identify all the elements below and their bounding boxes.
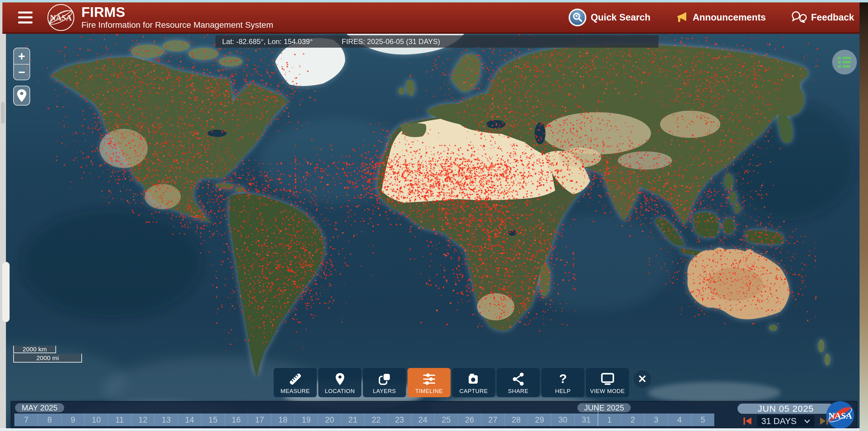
skip-back-button[interactable] xyxy=(743,416,752,426)
timeline-day-cell[interactable]: 27 xyxy=(481,413,504,426)
timeline-day-cell[interactable]: 9 xyxy=(61,413,84,426)
ruler-icon xyxy=(289,372,302,387)
timeline-day-cell[interactable]: 24 xyxy=(411,413,434,426)
toolbar-label: LOCATION xyxy=(325,388,355,395)
nav-label: Quick Search xyxy=(591,12,650,23)
timeline-day-cell[interactable]: 19 xyxy=(294,413,318,426)
timeline-day-cell[interactable]: 14 xyxy=(178,413,201,426)
timeline-day-cell[interactable]: 1 xyxy=(598,413,621,426)
zoom-out-button[interactable]: − xyxy=(14,64,30,80)
timeline-day-cell[interactable]: 18 xyxy=(271,413,294,426)
timeline-panel: MAY 2025 JUNE 2025 789101112131415161718… xyxy=(11,401,857,428)
timeline-day-cell[interactable]: 28 xyxy=(504,413,528,426)
range-dropdown[interactable]: 31 DAYS xyxy=(757,415,814,427)
month-label-may: MAY 2025 xyxy=(15,403,64,412)
locate-me-button[interactable] xyxy=(13,86,30,106)
toolbar-close-button[interactable]: ✕ xyxy=(633,370,651,388)
question-icon: ? xyxy=(556,372,569,387)
layers-icon xyxy=(378,372,391,387)
toolbar-label: TIMELINE xyxy=(415,388,443,395)
hamburger-menu-icon[interactable] xyxy=(18,11,33,24)
timeline-day-cell[interactable]: 12 xyxy=(131,413,154,426)
toolbar-button-location[interactable]: LOCATION xyxy=(318,368,361,397)
zoom-in-button[interactable]: + xyxy=(14,48,30,64)
timeline-day-cell[interactable]: 20 xyxy=(318,413,341,426)
toolbar-button-share[interactable]: SHARE xyxy=(497,368,540,397)
cursor-coordinates: Lat: -82.685°, Lon: 154.039° xyxy=(222,37,313,46)
pin-icon xyxy=(334,372,346,387)
quick-search-button[interactable]: Quick Search xyxy=(568,8,650,27)
nasa-logo: NASA xyxy=(826,401,855,430)
svg-text:?: ? xyxy=(559,372,567,386)
timeline-day-cell[interactable]: 3 xyxy=(644,413,668,426)
toolbar-button-view-mode[interactable]: VIEW MODE xyxy=(586,368,629,397)
brand-block: FIRMS Fire Information for Resource Mana… xyxy=(82,5,273,30)
range-value: 31 DAYS xyxy=(761,416,797,426)
toolbar-button-capture[interactable]: CAPTURE xyxy=(452,368,495,397)
timeline-day-cell[interactable]: 16 xyxy=(224,413,248,426)
firms-app-window: NASA FIRMS Fire Information for Resource… xyxy=(0,0,868,431)
timeline-day-cell[interactable]: 13 xyxy=(154,413,178,426)
toolbar-label: MEASURE xyxy=(281,388,310,395)
megaphone-icon xyxy=(676,11,688,24)
timeline-day-cell[interactable]: 10 xyxy=(84,413,107,426)
app-header: NASA FIRMS Fire Information for Resource… xyxy=(2,2,860,34)
app-subtitle: Fire Information for Resource Management… xyxy=(82,20,273,30)
share-icon xyxy=(512,372,525,387)
timeline-day-cell[interactable]: 29 xyxy=(528,413,551,426)
timeline-day-cell[interactable]: 8 xyxy=(38,413,61,426)
month-label-june: JUNE 2025 xyxy=(578,403,631,412)
map-scale: 2000 km 2000 mi xyxy=(13,346,82,363)
timeline-day-cell[interactable]: 31 xyxy=(575,413,598,426)
background-window-tab xyxy=(2,262,10,322)
svg-text:NASA: NASA xyxy=(50,13,72,22)
scrollbar-thumb[interactable] xyxy=(1,102,5,124)
timeline-day-cell[interactable]: 4 xyxy=(668,413,691,426)
timeline-day-cell[interactable]: 7 xyxy=(14,413,38,426)
toolbar-button-layers[interactable]: LAYERS xyxy=(363,368,406,397)
map-toolbar: MEASURE LOCATION LAYERS xyxy=(274,368,651,397)
list-icon xyxy=(838,56,851,68)
timeline-day-cell[interactable]: 25 xyxy=(434,413,458,426)
chevron-down-icon xyxy=(804,419,810,423)
toolbar-button-measure[interactable]: MEASURE xyxy=(274,368,317,397)
nasa-logo: NASA xyxy=(47,4,75,31)
timeline-day-cell[interactable]: 30 xyxy=(551,413,574,426)
header-nav: Quick Search Announcements xyxy=(568,8,860,27)
fires-date-range: FIRES: 2025-06-05 (31 DAYS) xyxy=(342,37,440,46)
timeline-controls: JUN 05 2025 31 DAYS xyxy=(715,402,857,428)
announcements-button[interactable]: Announcements xyxy=(676,11,766,24)
timeline-day-cell[interactable]: 23 xyxy=(388,413,411,426)
camera-icon xyxy=(467,372,480,387)
browser-top-strip xyxy=(0,0,868,2)
toolbar-label: VIEW MODE xyxy=(590,388,625,395)
timeline-day-cell[interactable]: 5 xyxy=(691,413,714,426)
timeline-day-cell[interactable]: 17 xyxy=(248,413,271,426)
background-window-left-edge xyxy=(0,2,6,431)
scale-mi: 2000 mi xyxy=(13,354,82,363)
sliders-icon xyxy=(423,372,436,387)
timeline-day-cell[interactable]: 2 xyxy=(621,413,644,426)
world-map[interactable]: Lat: -82.685°, Lon: 154.039° FIRES: 2025… xyxy=(6,34,860,431)
timeline-day-cell[interactable]: 21 xyxy=(341,413,364,426)
search-icon xyxy=(568,8,587,27)
location-pin-icon xyxy=(16,89,27,103)
nav-label: Feedback xyxy=(811,12,854,23)
layer-list-button[interactable] xyxy=(832,50,857,75)
toolbar-label: HELP xyxy=(555,388,571,395)
toolbar-label: SHARE xyxy=(508,388,529,395)
toolbar-label: LAYERS xyxy=(373,388,396,395)
scale-km: 2000 km xyxy=(13,346,56,353)
feedback-button[interactable]: Feedback xyxy=(791,11,854,24)
timeline-day-cell[interactable]: 11 xyxy=(108,413,131,426)
map-info-bar: Lat: -82.685°, Lon: 154.039° FIRES: 2025… xyxy=(216,35,658,48)
feedback-bubbles-icon xyxy=(791,11,807,24)
timeline-day-cell[interactable]: 26 xyxy=(458,413,481,426)
toolbar-button-help[interactable]: ? HELP xyxy=(541,368,584,397)
timeline-day-cell[interactable]: 15 xyxy=(201,413,224,426)
zoom-control: + − xyxy=(13,48,30,80)
timeline-day-cell[interactable]: 22 xyxy=(364,413,388,426)
svg-text:NASA: NASA xyxy=(829,411,852,421)
page-bottom-strip xyxy=(0,428,860,431)
toolbar-button-timeline[interactable]: TIMELINE xyxy=(407,368,451,397)
